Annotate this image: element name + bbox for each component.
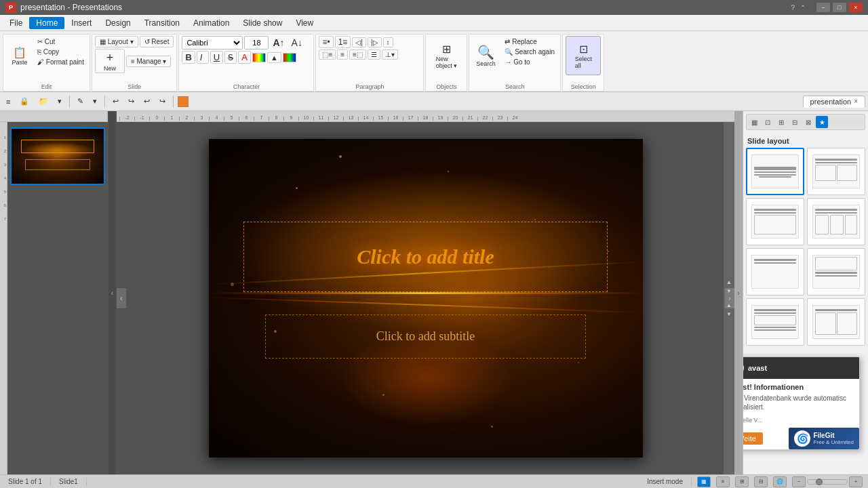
sort-view-btn[interactable]: ⊞ <box>735 476 749 487</box>
toolbar-folder-icon[interactable]: 📁 <box>35 96 52 107</box>
menu-slideshow[interactable]: Slide show <box>236 17 289 29</box>
layout-view-btn2[interactable]: ⊡ <box>762 116 774 128</box>
web-view-btn[interactable]: 🌐 <box>773 476 787 487</box>
color-picker-button[interactable] <box>252 53 266 62</box>
layout-view-btn6[interactable]: ★ <box>816 116 828 128</box>
font-color-button[interactable]: A <box>238 51 251 64</box>
slide-subtitle-placeholder[interactable]: Click to add subtitle <box>265 314 587 359</box>
vertical-align-button[interactable]: ⊥▾ <box>382 49 398 60</box>
layout-item-6[interactable] <box>807 248 865 296</box>
font-increase-button[interactable]: A↑ <box>270 37 287 49</box>
layout-view-btn1[interactable]: ▦ <box>748 116 760 128</box>
sidebar-expand2-icon[interactable]: ▼ <box>726 311 732 317</box>
align-right-button[interactable]: ≡⬚ <box>349 49 366 60</box>
slide-thumbnail-1[interactable] <box>10 127 105 185</box>
document-tab[interactable]: presentation × <box>803 96 865 108</box>
notes-view-btn[interactable]: ⊟ <box>754 476 768 487</box>
layout-item-2[interactable] <box>807 148 865 195</box>
search-again-button[interactable]: 🔍 Search again <box>502 47 557 56</box>
slide-canvas[interactable]: Click to add title Click to add subtitle <box>209 139 643 458</box>
ribbon-paragraph-group: ≡• 1≡ ◁| |▷ ↕ ⬚≡ ≡ ≡⬚ ☰ ⊥▾ Paragraph <box>315 34 424 92</box>
slide-title-placeholder[interactable]: Click to add title <box>243 222 608 291</box>
new-slide-button[interactable]: + New <box>95 49 125 73</box>
justify-button[interactable]: ☰ <box>368 49 380 60</box>
slide-prev-arrow[interactable]: ‹ <box>117 288 126 308</box>
reset-button[interactable]: ↺ Reset <box>140 36 174 47</box>
font-size-input[interactable] <box>244 36 269 49</box>
paste-button[interactable]: 📋 Paste <box>6 36 33 75</box>
outline-view-btn[interactable]: ≡ <box>716 476 730 487</box>
minimize-button[interactable]: − <box>816 3 830 12</box>
toolbar-edit-icon[interactable]: ✎ <box>74 96 87 107</box>
collapse-right-handle[interactable]: › <box>734 111 743 474</box>
select-all-button[interactable]: ⊡ Selectall <box>566 36 601 75</box>
slide-title-text: Click to add title <box>357 245 494 268</box>
ribbon-toggle[interactable]: ⌃ <box>800 4 806 12</box>
layout-item-1[interactable] <box>746 148 804 195</box>
menu-animation[interactable]: Animation <box>186 17 236 29</box>
copy-button[interactable]: ⎘ Copy <box>35 47 87 56</box>
layout-item-3[interactable] <box>746 198 804 245</box>
menu-design[interactable]: Design <box>98 17 137 29</box>
layout-view-btn3[interactable]: ⊞ <box>775 116 787 128</box>
highlight-button[interactable]: ▲ <box>267 52 281 63</box>
layout-item-4[interactable] <box>807 198 865 245</box>
menu-view[interactable]: View <box>289 17 320 29</box>
slide-next-arrow[interactable]: › <box>725 288 734 308</box>
toolbar-redo-button[interactable]: ↪ <box>125 96 138 107</box>
layout-item-8[interactable] <box>807 298 865 346</box>
line-spacing-button[interactable]: ↕ <box>383 37 393 47</box>
strikethrough-button[interactable]: S̶ <box>224 51 237 64</box>
menu-home[interactable]: Home <box>29 17 64 29</box>
layout-view-btn4[interactable]: ⊟ <box>789 116 801 128</box>
zoom-slider[interactable] <box>807 479 848 485</box>
toolbar-undo2-button[interactable]: ↩ <box>140 96 153 107</box>
normal-view-btn[interactable]: ▦ <box>697 476 711 487</box>
window-controls: − □ × <box>816 3 863 12</box>
align-left-button[interactable]: ⬚≡ <box>319 49 336 60</box>
sidebar-expand-icon[interactable]: ▲ <box>726 279 732 285</box>
menu-insert[interactable]: Insert <box>64 17 98 29</box>
underline-button[interactable]: U <box>210 51 223 64</box>
cut-button[interactable]: ✂ Cut <box>35 37 87 46</box>
tab-close-icon[interactable]: × <box>854 98 858 105</box>
decrease-indent-button[interactable]: ◁| <box>352 37 366 47</box>
increase-indent-button[interactable]: |▷ <box>368 37 382 47</box>
italic-button[interactable]: I <box>197 51 209 64</box>
zoom-in-btn[interactable]: + <box>849 476 863 487</box>
toolbar-redo2-button[interactable]: ↪ <box>156 96 169 107</box>
window-title: presentation - Presentations <box>20 3 791 12</box>
avast-button[interactable]: Weite <box>743 432 763 445</box>
menu-transition[interactable]: Transition <box>138 17 186 29</box>
objects-label: Objects <box>426 83 467 90</box>
collapse-left-handle[interactable]: ‹ <box>108 111 117 474</box>
toolbar-edit-dropdown[interactable]: ▾ <box>90 96 100 107</box>
bold-button[interactable]: B <box>182 51 195 64</box>
filegit-badge[interactable]: 🌀 FileGit Free & Unlimited <box>789 428 859 449</box>
toolbar-dropdown-icon[interactable]: ▾ <box>54 96 65 107</box>
layout-item-7[interactable] <box>746 298 804 346</box>
close-button[interactable]: × <box>849 3 863 12</box>
toolbar-lock-icon[interactable]: 🔒 <box>16 96 33 107</box>
go-to-button[interactable]: → Go to <box>502 58 557 66</box>
format-paint-button[interactable]: 🖌 Format paint <box>35 58 87 66</box>
layout-button[interactable]: ▦ Layout ▾ <box>95 36 138 47</box>
search-button[interactable]: 🔍 Search <box>472 36 499 75</box>
help-icon[interactable]: ? <box>791 4 795 12</box>
highlight-color-button[interactable] <box>283 53 296 62</box>
replace-button[interactable]: ⇄ Replace <box>502 37 557 46</box>
layout-view-btn5[interactable]: ⊠ <box>802 116 814 128</box>
new-object-button[interactable]: ⊞ Newobject ▾ <box>429 36 464 75</box>
align-center-button[interactable]: ≡ <box>337 49 348 60</box>
zoom-out-btn[interactable]: − <box>792 476 806 487</box>
toolbar-menu-icon[interactable]: ≡ <box>3 96 14 107</box>
menu-file[interactable]: File <box>3 17 29 29</box>
font-decrease-button[interactable]: A↓ <box>289 37 305 49</box>
toolbar-undo-button[interactable]: ↩ <box>109 96 122 107</box>
font-selector[interactable]: Calibri Arial Times New Roman <box>182 36 243 49</box>
numbering-button[interactable]: 1≡ <box>335 36 351 48</box>
manage-button[interactable]: ≡ Manage ▾ <box>126 56 172 67</box>
restore-button[interactable]: □ <box>833 3 846 12</box>
layout-item-5[interactable] <box>746 248 804 296</box>
bullets-button[interactable]: ≡• <box>319 36 333 48</box>
